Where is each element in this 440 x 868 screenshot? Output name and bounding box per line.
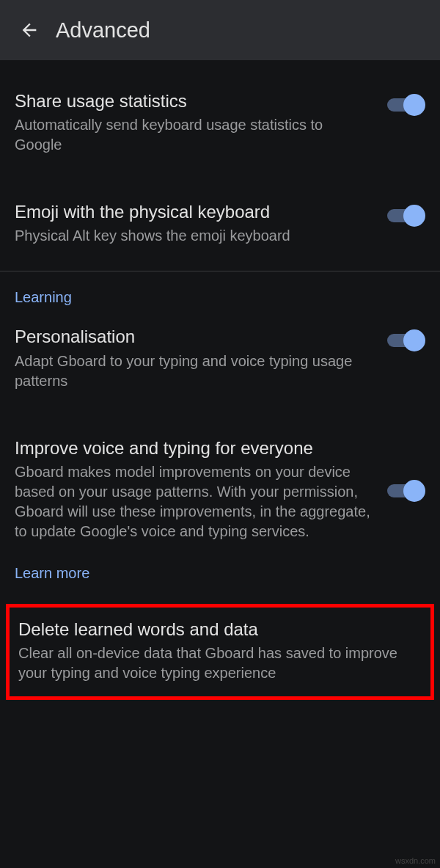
toggle-share-usage-statistics[interactable] bbox=[387, 94, 425, 116]
setting-description: Gboard makes model improvements on your … bbox=[15, 462, 373, 541]
setting-personalisation[interactable]: Personalisation Adapt Gboard to your typ… bbox=[0, 312, 440, 405]
back-button[interactable] bbox=[12, 12, 47, 48]
setting-text: Emoji with the physical keyboard Physica… bbox=[15, 200, 387, 246]
setting-emoji-physical-keyboard[interactable]: Emoji with the physical keyboard Physica… bbox=[0, 187, 440, 260]
section-label-learning: Learning bbox=[0, 271, 440, 312]
setting-text: Personalisation Adapt Gboard to your typ… bbox=[15, 325, 387, 390]
setting-share-usage-statistics[interactable]: Share usage statistics Automatically sen… bbox=[0, 76, 440, 169]
toggle-improve-voice-typing[interactable] bbox=[387, 480, 425, 502]
page-title: Advanced bbox=[56, 18, 150, 43]
back-arrow-icon bbox=[19, 20, 40, 40]
setting-description: Adapt Gboard to your typing and voice ty… bbox=[15, 351, 373, 391]
watermark: wsxdn.com bbox=[395, 856, 436, 865]
setting-delete-learned-words[interactable]: Delete learned words and data Clear all … bbox=[6, 604, 434, 700]
app-header: Advanced bbox=[0, 0, 440, 60]
setting-description: Physical Alt key shows the emoji keyboar… bbox=[15, 226, 373, 246]
setting-text: Share usage statistics Automatically sen… bbox=[15, 90, 387, 155]
toggle-personalisation[interactable] bbox=[387, 329, 425, 351]
setting-title: Improve voice and typing for everyone bbox=[15, 437, 373, 459]
setting-title: Delete learned words and data bbox=[18, 618, 422, 641]
toggle-thumb bbox=[403, 94, 425, 116]
setting-title: Share usage statistics bbox=[15, 90, 373, 112]
toggle-thumb bbox=[403, 329, 425, 351]
settings-list: Share usage statistics Automatically sen… bbox=[0, 60, 440, 700]
toggle-thumb bbox=[403, 205, 425, 227]
setting-text: Delete learned words and data Clear all … bbox=[18, 618, 422, 683]
toggle-emoji-physical-keyboard[interactable] bbox=[387, 205, 425, 227]
learn-more-link[interactable]: Learn more bbox=[0, 556, 440, 598]
toggle-thumb bbox=[403, 480, 425, 502]
setting-title: Personalisation bbox=[15, 325, 373, 348]
setting-title: Emoji with the physical keyboard bbox=[15, 200, 373, 223]
setting-description: Clear all on-device data that Gboard has… bbox=[18, 643, 422, 683]
setting-text: Improve voice and typing for everyone Gb… bbox=[15, 437, 387, 541]
setting-improve-voice-typing[interactable]: Improve voice and typing for everyone Gb… bbox=[0, 423, 440, 556]
setting-description: Automatically send keyboard usage statis… bbox=[15, 115, 373, 155]
